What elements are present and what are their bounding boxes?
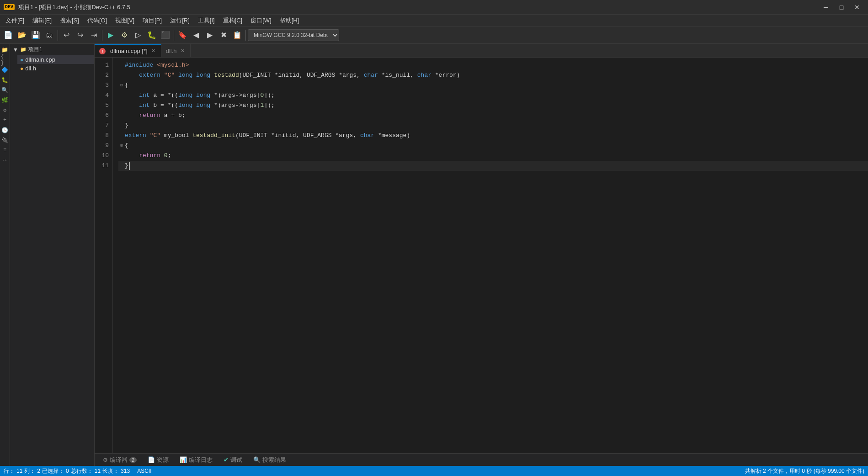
project-expand-icon[interactable]: ▼ [13,47,18,53]
bottom-tab-debug[interactable]: ✔ 调试 [219,455,247,465]
open-file-button[interactable]: 📂 [16,29,28,42]
line-numbers: 1 2 3 4 5 6 7 8 9 10 11 [95,58,113,453]
line-num-8: 8 [96,131,109,141]
sidebar-icon-code[interactable]: { } [1,56,9,64]
code-line-5: int b = *((long long *)args->args[1]); [118,100,868,111]
bottom-tabs: ⚙ 编译器 2 📄 资源 📊 编译日志 ✔ 调试 🔍 搜索结果 [95,453,868,466]
menu-item-w[interactable]: 窗口[W] [247,16,275,26]
search-tab-label: 搜索结果 [262,456,286,464]
menu-item-r[interactable]: 运行[R] [166,16,193,26]
token: testadd_init [192,131,235,141]
compile-run-button[interactable]: ▶ [104,29,117,42]
file-panel-header: ▼ 📁 项目1 [10,44,94,55]
search-tab-icon: 🔍 [253,456,261,463]
main-area: 📁 { } 🔷 🐛 🔍 🌿 ⚙ + 🕒 🔌 ≡ ↔ ▼ 📁 项目1 ● dllm… [0,44,868,466]
debug-button[interactable]: 🐛 [145,29,158,42]
h-file-icon: ● [20,65,23,72]
file-item-dllmain[interactable]: ● dllmain.cpp [17,55,94,64]
sidebar-icon-classes[interactable]: 🔷 [1,66,9,74]
status-col-label: 列： [24,467,35,475]
token: "C" [164,70,175,80]
minimize-button[interactable]: ─ [819,1,833,14]
bottom-tab-resources[interactable]: 📄 资源 [143,455,173,465]
sidebar-icon-git[interactable]: 🌿 [1,96,9,104]
code-line-1: #include <mysql.h> [118,60,868,70]
token: { [125,80,128,90]
line-num-1: 1 [96,60,109,70]
menu-item-o[interactable]: 代码[O] [84,16,111,26]
clear-bookmark-button[interactable]: ✖ [217,29,230,42]
resources-tab-label: 资源 [157,456,169,464]
bottom-tab-buildlog[interactable]: 📊 编译日志 [175,455,217,465]
token: (UDF_INIT *initid, UDF_ARGS *args, [239,70,364,80]
token [125,90,139,100]
tab-dllmain[interactable]: ! dllmain.cpp [*] ✕ [95,44,161,57]
sidebar-icon-extra[interactable]: ↔ [1,156,9,164]
line-num-3: 3 [96,80,109,90]
token [160,70,164,80]
bottom-tab-compiler[interactable]: ⚙ 编译器 2 [98,455,141,465]
compiler-dropdown[interactable]: MinGW GCC 9.2.0 32-bit Debug [248,29,339,41]
indent-button[interactable]: ⇥ [87,29,100,42]
token: char [360,131,374,141]
sidebar-icon-files[interactable]: 📁 [1,46,9,54]
run-button[interactable]: ▷ [132,29,144,42]
undo-button[interactable]: ↩ [60,29,73,42]
sidebar-icon-plugins[interactable]: 🔌 [1,136,9,144]
menu-item-v[interactable]: 视图[V] [112,16,138,26]
token [175,70,178,80]
menu-item-f[interactable]: 文件[F] [2,16,28,26]
close-button[interactable]: ✕ [850,1,864,14]
tab-close-dllh[interactable]: ✕ [180,48,186,54]
sidebar-icon-add[interactable]: + [1,116,9,124]
fold-3[interactable]: ⊟ [118,80,125,90]
compile-button[interactable]: ⚙ [118,29,131,42]
toolbar: 📄 📂 💾 🗂 ↩ ↪ ⇥ ▶ ⚙ ▷ 🐛 ⬛ 🔖 ◀ ▶ ✖ 📋 MinGW … [0,26,868,44]
redo-button[interactable]: ↪ [74,29,86,42]
new-file-button[interactable]: 📄 [2,29,15,42]
save-all-button[interactable]: 🗂 [43,29,56,42]
window-title: 项目1 - [项目1.dev] - 小熊猫Dev-C++ 6.7.5 [18,3,130,11]
sidebar-icon-search[interactable]: 🔍 [1,86,9,94]
menu-item-i[interactable]: 工具[I] [194,16,218,26]
menu-item-c[interactable]: 重构[C] [219,16,246,26]
menu-item-p[interactable]: 项目[P] [139,16,165,26]
toggle-panel-button[interactable]: 📋 [231,29,244,42]
tab-close-dllmain[interactable]: ✕ [150,48,156,54]
save-button[interactable]: 💾 [29,29,42,42]
prev-bookmark-button[interactable]: ◀ [190,29,202,42]
status-parse-text: 共解析 2 个文件，用时 0 秒 (每秒 999.00 个文件) [745,467,864,475]
menu-item-e[interactable]: 编辑[E] [29,16,55,26]
token: return [139,111,160,121]
next-bookmark-button[interactable]: ▶ [203,29,216,42]
tab-dllh[interactable]: dll.h ✕ [161,44,191,57]
code-content[interactable]: #include <mysql.h> extern "C" long long … [113,58,868,453]
sidebar-icons: 📁 { } 🔷 🐛 🔍 🌿 ⚙ + 🕒 🔌 ≡ ↔ [0,44,10,466]
bottom-tab-search[interactable]: 🔍 搜索结果 [249,455,291,465]
token-int: int [139,90,149,100]
sidebar-icon-debug[interactable]: 🐛 [1,76,9,84]
fold-9[interactable]: ⊟ [118,141,125,151]
token: long long [178,100,210,111]
token: char [417,70,431,80]
sidebar-icon-tools[interactable]: ⚙ [1,106,9,114]
window-controls: ─ □ ✕ [819,1,864,14]
project-name: 项目1 [28,46,43,53]
menu-item-s[interactable]: 搜索[S] [56,16,83,26]
file-name-dllmain: dllmain.cpp [25,56,55,63]
line-num-6: 6 [96,111,109,121]
project-folder-icon: 📁 [20,47,27,53]
file-item-dllh[interactable]: ● dll.h [17,64,94,73]
menu-item-h[interactable]: 帮助[H] [276,16,303,26]
maximize-button[interactable]: □ [834,1,849,14]
status-selected-val: 0 [66,468,69,474]
stop-button[interactable]: ⬛ [159,29,172,42]
token: (UDF_INIT *initid, UDF_ARGS *args, [235,131,360,141]
token [125,100,139,111]
sidebar-icon-history[interactable]: 🕒 [1,126,9,134]
token: a + b; [160,111,186,121]
error-indicator: ! [99,48,106,54]
status-row-val: 11 [16,468,22,474]
add-bookmark-button[interactable]: 🔖 [176,29,189,42]
sidebar-icon-settings[interactable]: ≡ [1,146,9,154]
